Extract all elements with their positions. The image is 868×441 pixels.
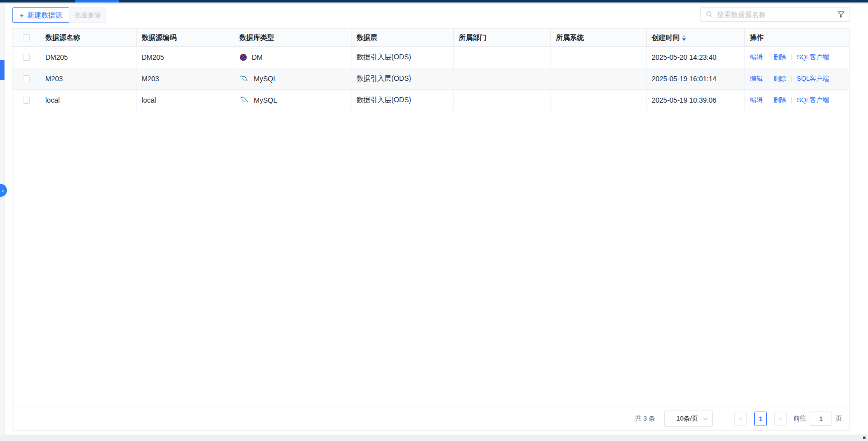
pagination-bar: 共 3 条 10条/页 ‹ 1 › 前往 页 <box>12 407 849 430</box>
link-divider <box>791 54 792 60</box>
row-checkbox-cell <box>12 68 40 89</box>
cell-department <box>454 90 551 111</box>
column-header-layer: 数据层 <box>351 29 454 46</box>
batch-delete-label: 批量删除 <box>75 11 101 20</box>
chevron-right-icon: › <box>779 415 782 423</box>
cell-department <box>454 68 551 89</box>
column-header-created-sortable[interactable]: 创建时间 <box>647 29 745 46</box>
header-checkbox-cell <box>12 29 40 46</box>
search-icon <box>706 11 713 18</box>
edit-link[interactable]: 编辑 <box>750 96 763 105</box>
table-row: local local MySQL 数据引入层(ODS) 2025-05-19 … <box>12 90 849 111</box>
link-divider <box>768 54 768 60</box>
cell-code: local <box>137 90 234 111</box>
cell-layer: 数据引入层(ODS) <box>351 68 454 89</box>
batch-delete-button[interactable]: 批量删除 <box>70 7 106 23</box>
datasource-table: 数据源名称 数据源编码 数据库类型 数据层 所属部门 所属系统 创建时间 操作 … <box>12 28 850 431</box>
dbtype-label: DM <box>252 53 263 61</box>
sidebar-active-indicator <box>0 60 4 80</box>
next-page-button[interactable]: › <box>774 412 787 426</box>
dbtype-label: MySQL <box>254 75 277 83</box>
goto-page-input[interactable] <box>810 412 832 426</box>
search-input[interactable] <box>717 10 834 18</box>
sort-descending-icon-active[interactable] <box>682 38 686 41</box>
cell-name: DM205 <box>40 47 137 68</box>
cell-operations: 编辑 删除 SQL客户端 <box>745 68 849 89</box>
dbtype-label: MySQL <box>254 96 277 104</box>
edit-link[interactable]: 编辑 <box>750 53 763 62</box>
link-divider <box>768 97 768 103</box>
cell-system <box>551 90 647 111</box>
chevron-down-icon <box>703 417 708 421</box>
page-number-button[interactable]: 1 <box>754 412 767 426</box>
cell-name: local <box>40 90 137 111</box>
previous-page-button[interactable]: ‹ <box>734 412 747 426</box>
cell-name: M203 <box>40 68 137 89</box>
sidebar-collapse-button[interactable]: ‹ <box>0 184 7 197</box>
navbar-divider <box>0 2 868 4</box>
page-size-select[interactable]: 10条/页 <box>664 411 713 427</box>
column-header-name: 数据源名称 <box>40 29 137 46</box>
cell-system <box>551 47 647 68</box>
new-datasource-label: 新建数据源 <box>27 11 62 20</box>
row-checkbox[interactable] <box>23 97 30 104</box>
cell-layer: 数据引入层(ODS) <box>351 90 454 111</box>
select-all-checkbox[interactable] <box>23 34 30 41</box>
sql-client-link[interactable]: SQL客户端 <box>797 53 829 62</box>
table-row: DM205 DM205 DM 数据引入层(ODS) 2025-05-20 14:… <box>12 47 849 68</box>
chevron-left-icon: ‹ <box>2 187 4 194</box>
column-header-department: 所属部门 <box>454 29 551 46</box>
cell-created: 2025-05-19 10:39:06 <box>647 90 745 111</box>
cell-operations: 编辑 删除 SQL客户端 <box>745 90 849 111</box>
table-row: M203 M203 MySQL 数据引入层(ODS) 2025-05-19 16… <box>12 68 849 90</box>
column-header-code: 数据源编码 <box>137 29 234 46</box>
dm-database-icon <box>239 53 247 61</box>
goto-page-suffix: 页 <box>836 414 842 423</box>
column-header-created-label: 创建时间 <box>652 33 680 42</box>
row-checkbox-cell <box>12 47 40 68</box>
total-count-label: 共 3 条 <box>635 414 655 423</box>
scrollbar-corner[interactable] <box>863 437 866 439</box>
table-header-row: 数据源名称 数据源编码 数据库类型 数据层 所属部门 所属系统 创建时间 操作 <box>12 29 849 47</box>
cell-created: 2025-05-20 14:23:40 <box>647 47 745 68</box>
goto-page-prefix: 前往 <box>793 414 806 423</box>
new-datasource-button[interactable]: + 新建数据源 <box>12 7 69 23</box>
mysql-database-icon <box>239 75 249 83</box>
column-header-dbtype: 数据库类型 <box>234 29 351 46</box>
cell-operations: 编辑 删除 SQL客户端 <box>745 47 849 68</box>
filter-funnel-icon[interactable] <box>838 11 845 18</box>
collapsed-sidebar <box>0 4 5 441</box>
row-checkbox-cell <box>12 90 40 111</box>
cell-system <box>551 68 647 89</box>
sql-client-link[interactable]: SQL客户端 <box>797 74 829 83</box>
page-size-value: 10条/页 <box>672 414 703 423</box>
link-divider <box>791 97 792 103</box>
delete-link[interactable]: 删除 <box>773 53 786 62</box>
chevron-left-icon: ‹ <box>739 415 742 423</box>
delete-link[interactable]: 删除 <box>773 96 786 105</box>
row-checkbox[interactable] <box>23 75 30 82</box>
plus-icon: + <box>19 11 24 19</box>
column-header-operations: 操作 <box>745 29 849 46</box>
mysql-database-icon <box>239 96 249 104</box>
cell-created: 2025-05-19 16:01:14 <box>647 68 745 89</box>
page-bottom-strip <box>0 435 868 441</box>
link-divider <box>791 76 792 82</box>
cell-code: DM205 <box>137 47 234 68</box>
delete-link[interactable]: 删除 <box>773 74 786 83</box>
column-header-system: 所属系统 <box>551 29 647 46</box>
cell-layer: 数据引入层(ODS) <box>351 47 454 68</box>
cell-code: M203 <box>137 68 234 89</box>
row-checkbox[interactable] <box>23 54 30 61</box>
cell-dbtype: DM <box>234 47 351 68</box>
sql-client-link[interactable]: SQL客户端 <box>797 96 829 105</box>
current-page-label: 1 <box>759 415 762 423</box>
sort-icons[interactable] <box>682 35 686 41</box>
sort-ascending-icon[interactable] <box>682 35 686 37</box>
cell-department <box>454 47 551 68</box>
cell-dbtype: MySQL <box>234 68 351 89</box>
edit-link[interactable]: 编辑 <box>750 74 763 83</box>
cell-dbtype: MySQL <box>234 90 351 111</box>
search-box[interactable] <box>700 7 850 22</box>
link-divider <box>768 76 768 82</box>
